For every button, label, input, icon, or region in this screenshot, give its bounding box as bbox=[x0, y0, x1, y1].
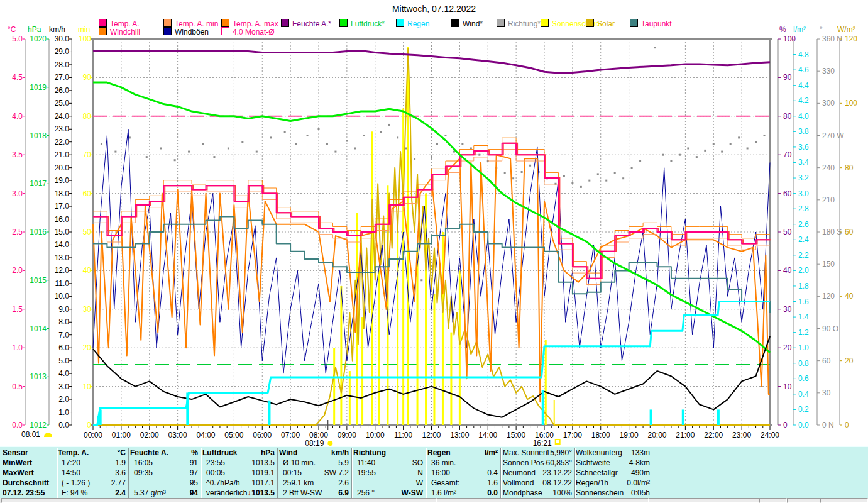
stat-label: 14:50 bbox=[62, 468, 80, 478]
axis-tick-label: 60 bbox=[845, 228, 854, 236]
status-bar bbox=[0, 498, 868, 503]
axis-tick-label: 0.6 bbox=[798, 374, 809, 383]
sunrise-time-label: 08:19 bbox=[305, 439, 324, 446]
stat-value: 15,980° bbox=[546, 448, 572, 458]
axis-tick-label: 90 bbox=[83, 73, 92, 82]
axis-tick-label: 100 bbox=[79, 35, 91, 43]
axis-tick-label: 10 bbox=[783, 382, 792, 391]
series-richtung-point bbox=[764, 135, 766, 136]
axis-tick-label: 90 bbox=[783, 73, 792, 82]
stat-label: 1.6 l/m² bbox=[431, 488, 456, 498]
axis-tick-label: 10 bbox=[83, 382, 92, 391]
series-richtung-point bbox=[470, 147, 472, 149]
table-column-6: Regenl/m²36 min.16:000.4Gesamt:1.61.6 l/… bbox=[427, 447, 499, 499]
axis-tick-label: 30 bbox=[822, 389, 831, 397]
series-richtung-point bbox=[687, 147, 689, 149]
series-richtung-point bbox=[563, 175, 565, 177]
axis-tick-label: 20 bbox=[845, 357, 854, 365]
stat-value: -60,853° bbox=[544, 458, 573, 468]
axis-tick-label: 2.6 bbox=[798, 220, 809, 229]
stat-value: 97 bbox=[190, 468, 198, 478]
series-richtung-point bbox=[334, 151, 336, 153]
axis-tick-label: 120 bbox=[845, 35, 857, 43]
series-richtung-point bbox=[721, 151, 723, 153]
axis-tick-label: 20 bbox=[83, 343, 92, 352]
series-richtung-point bbox=[704, 150, 706, 152]
axis-tick-label: 1.2 bbox=[798, 328, 809, 337]
stat-label: Sonnenschein bbox=[576, 488, 624, 498]
axis-tick-label: 1013 bbox=[30, 372, 47, 381]
series-richtung-point bbox=[174, 159, 176, 161]
axis-tick-label: 2.0 bbox=[58, 395, 69, 404]
axis-tick-label: 50 bbox=[783, 228, 792, 236]
axis-tick-label: 2.2 bbox=[798, 251, 809, 260]
stat-label: 36 min. bbox=[431, 458, 456, 468]
status-panel-3 bbox=[759, 498, 787, 503]
stat-label: 11:40 bbox=[357, 458, 375, 468]
axis-tick-label: 330 bbox=[822, 67, 835, 75]
time-tick-label: 23:00 bbox=[732, 431, 751, 439]
axis-tick-label: 0.4 bbox=[798, 390, 809, 399]
axis-tick-label: 1.0 bbox=[798, 343, 809, 352]
time-tick-label: 24:00 bbox=[761, 431, 779, 439]
sun-icon bbox=[327, 441, 332, 446]
column-divider bbox=[426, 448, 426, 499]
stat-label: veränderlich↓ bbox=[206, 488, 251, 498]
series-richtung-point bbox=[654, 47, 656, 48]
series-richtung-point bbox=[662, 154, 664, 156]
axis-tick-label: 3.5 bbox=[12, 150, 23, 159]
axis-tick-label: 28.0 bbox=[55, 60, 70, 69]
series-richtung-point bbox=[388, 124, 390, 126]
time-tick-label: 22:00 bbox=[704, 431, 723, 439]
axis-tick-label: 80 bbox=[83, 112, 92, 121]
stat-label: Mondphase bbox=[503, 488, 542, 498]
axis-tick-label: 2.4 bbox=[798, 235, 809, 244]
table-column-0: SensorMinWertMaxWertDurchschnitt07.12. 2… bbox=[3, 447, 55, 499]
series-richtung-point bbox=[512, 177, 514, 179]
axis-tick-label: 30 bbox=[783, 305, 792, 314]
time-tick-label: 15:00 bbox=[507, 431, 525, 439]
series-richtung-point bbox=[420, 279, 422, 281]
series-richtung-point bbox=[397, 136, 398, 138]
axis-tick-label: 360 N bbox=[822, 35, 842, 43]
column-unit: km/h bbox=[331, 448, 349, 458]
series-richtung-point bbox=[605, 180, 607, 182]
time-tick-label: 18:00 bbox=[591, 431, 610, 439]
series-richtung-point bbox=[461, 143, 463, 145]
stat-value: 1013.5 bbox=[251, 488, 275, 498]
column-unit: °C bbox=[118, 448, 126, 458]
axis-tick-label: 4.0 bbox=[798, 112, 809, 121]
stat-value: 95 bbox=[190, 478, 198, 488]
sunset-icon bbox=[556, 439, 560, 444]
stat-value: 5.9 bbox=[338, 458, 349, 468]
column-header: Wind bbox=[279, 448, 297, 458]
column-header: Richtung bbox=[353, 448, 386, 458]
series-richtung-point bbox=[670, 160, 672, 162]
sunrise-icon bbox=[44, 433, 52, 437]
stat-value: 1019.1 bbox=[251, 468, 275, 478]
axis-tick-label: 0 bbox=[783, 421, 788, 429]
stat-value: 91 bbox=[190, 458, 198, 468]
stat-label: ( - 1.26 ) bbox=[62, 478, 90, 488]
axis-tick-label: 29.0 bbox=[55, 47, 70, 56]
stat-value: 490m bbox=[631, 468, 650, 478]
column-header: Feuchte A. bbox=[130, 448, 168, 458]
axis-tick-label: 0.5 bbox=[12, 382, 23, 391]
table-column-4: Windkm/hØ 10 min.5.900:15SW 7.2259.1 km2… bbox=[279, 447, 350, 499]
axis-tick-label: 3.2 bbox=[798, 174, 809, 182]
axis-tick-label: 27.0 bbox=[55, 73, 70, 82]
series-richtung-point bbox=[597, 173, 599, 175]
time-tick-label: 01:00 bbox=[112, 431, 131, 439]
axis-tick-label: 40 bbox=[783, 266, 792, 275]
series-richtung-point bbox=[101, 143, 102, 145]
stat-value: 133m bbox=[631, 448, 650, 458]
series-richtung-point bbox=[241, 141, 243, 143]
column-divider bbox=[500, 448, 501, 499]
axis-tick-label: 2.0 bbox=[798, 266, 809, 275]
stat-value: W-SW bbox=[402, 488, 423, 498]
stat-value: N bbox=[417, 468, 423, 478]
series-richtung-point bbox=[326, 143, 328, 145]
axis-tick-label: 12.0 bbox=[55, 266, 70, 275]
axis-tick-label: 17.0 bbox=[55, 202, 70, 211]
sunrise-time-label: 08:01 bbox=[21, 430, 40, 439]
